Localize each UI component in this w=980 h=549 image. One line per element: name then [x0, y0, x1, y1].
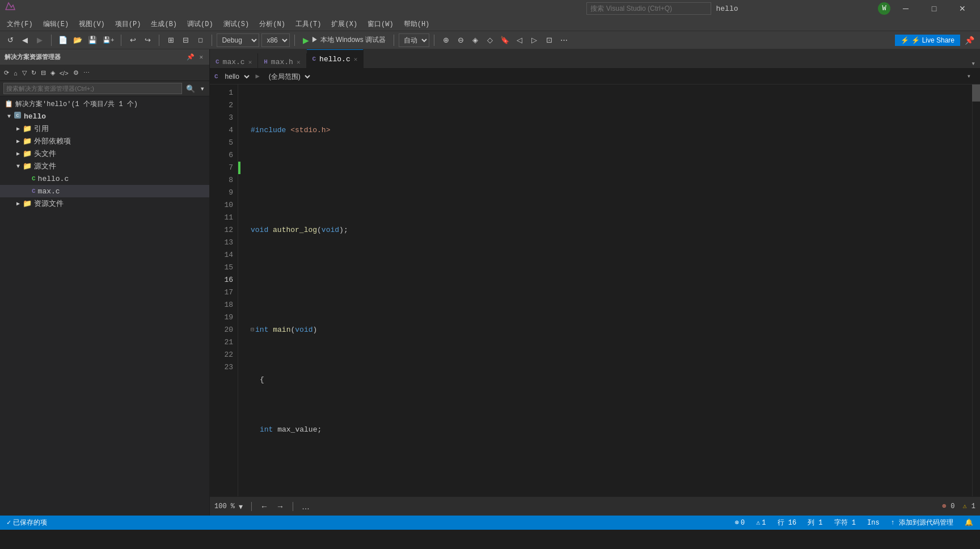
- nav-next-btn[interactable]: →: [274, 502, 286, 511]
- global-search[interactable]: [586, 2, 711, 15]
- user-avatar[interactable]: W: [878, 2, 890, 15]
- toolbar-btn11[interactable]: ⊡: [542, 33, 556, 48]
- sb-view[interactable]: </>: [58, 69, 70, 77]
- sb-filter[interactable]: ▽: [20, 69, 28, 77]
- status-char[interactable]: 字符 1: [832, 516, 858, 530]
- toolbar-save[interactable]: 💾: [86, 33, 99, 48]
- toolbar-btn6[interactable]: ◈: [468, 33, 482, 48]
- auto-dropdown[interactable]: 自动: [399, 33, 429, 47]
- sb-refresh[interactable]: ↻: [29, 69, 38, 77]
- toolbar-btn5[interactable]: ⊖: [454, 33, 467, 48]
- sb-collapse[interactable]: ⊟: [39, 69, 48, 77]
- menu-window[interactable]: 窗口(W): [363, 17, 398, 31]
- sidebar-file-max-c[interactable]: C max.c: [0, 185, 209, 197]
- sb-search-opts[interactable]: ▾: [199, 85, 206, 93]
- nav-prev-btn[interactable]: ←: [259, 502, 270, 511]
- breadcrumb-scope-select[interactable]: (全局范围): [264, 71, 312, 82]
- close-max-h-tab[interactable]: ✕: [297, 58, 301, 66]
- sidebar-project-hello[interactable]: ▼ C hello: [0, 110, 209, 123]
- toolbar-btn2[interactable]: ⊟: [179, 33, 192, 48]
- sidebar-item-resources[interactable]: ▶ 📁 资源文件: [0, 197, 209, 210]
- pin-button[interactable]: 📌: [962, 35, 977, 46]
- minimap-thumb[interactable]: [972, 85, 980, 102]
- collapse-5[interactable]: ⊟: [251, 324, 254, 336]
- status-col[interactable]: 列 1: [805, 516, 825, 530]
- menu-debug[interactable]: 调试(D): [183, 17, 218, 31]
- toolbar-btn4[interactable]: ⊕: [439, 33, 453, 48]
- toolbar-forward[interactable]: ▶: [33, 33, 47, 48]
- toolbar-refresh[interactable]: ↺: [3, 33, 17, 48]
- status-line[interactable]: 行 16: [775, 516, 799, 530]
- maximize-button[interactable]: □: [921, 0, 947, 17]
- toolbar-btn1[interactable]: ⊞: [164, 33, 178, 48]
- sb-search-btn[interactable]: 🔍: [184, 84, 197, 94]
- menu-help[interactable]: 帮助(H): [399, 17, 434, 31]
- status-notification[interactable]: 🔔: [962, 516, 975, 530]
- live-share-button[interactable]: ⚡ ⚡ Live Share: [895, 35, 960, 46]
- sidebar-title: 解决方案资源管理器: [5, 53, 61, 61]
- sb-home[interactable]: ⌂: [12, 69, 19, 77]
- code-editor[interactable]: 1 2 3 4 5 6 7 8 9 10 11 12 13 14 15 16 1…: [210, 85, 980, 496]
- include-path: <stdio.h>: [290, 124, 330, 137]
- run-button[interactable]: ▶ ▶ 本地 Windows 调试器: [299, 34, 389, 46]
- menu-analyze[interactable]: 分析(N): [255, 17, 290, 31]
- sidebar-close[interactable]: ✕: [197, 53, 205, 61]
- toolbar-redo[interactable]: ↪: [141, 33, 154, 48]
- menu-tools[interactable]: 工具(T): [291, 17, 326, 31]
- config-dropdown[interactable]: Debug Release: [217, 33, 259, 47]
- sb-more[interactable]: ⋯: [82, 69, 91, 77]
- menu-view[interactable]: 视图(V): [74, 17, 109, 31]
- status-source-control[interactable]: ↑ 添加到源代码管理: [889, 516, 956, 530]
- sidebar-pin[interactable]: 📌: [185, 53, 196, 61]
- breadcrumb-file-select[interactable]: hello: [221, 71, 251, 82]
- platform-dropdown[interactable]: x86 x64: [261, 33, 290, 47]
- sidebar-item-headers[interactable]: ▶ 📁 头文件: [0, 147, 209, 160]
- toolbar-save-all[interactable]: 💾+: [100, 33, 116, 48]
- tab-hello-c[interactable]: C hello.c ✕: [307, 49, 364, 68]
- breadcrumb-c-icon: C: [214, 73, 218, 80]
- toolbar-btn12[interactable]: ⋯: [557, 33, 571, 48]
- status-saved[interactable]: ✓ 已保存的项: [5, 516, 49, 530]
- editor-toolbar-overflow[interactable]: ▾: [962, 72, 975, 81]
- status-ins[interactable]: Ins: [865, 516, 882, 530]
- tab-overflow[interactable]: ▾: [966, 59, 980, 68]
- code-content[interactable]: #include <stdio.h> void author_log(void)…: [242, 85, 972, 496]
- toolbar-btn10[interactable]: ▷: [527, 33, 541, 48]
- menu-file[interactable]: 文件(F): [2, 17, 37, 31]
- nav-extra-btn[interactable]: …: [300, 502, 311, 511]
- toolbar-btn9[interactable]: ◁: [513, 33, 526, 48]
- close-max-c-tab[interactable]: ✕: [248, 58, 252, 66]
- toolbar-btn8[interactable]: 🔖: [498, 33, 512, 48]
- toolbar-back[interactable]: ◀: [18, 33, 32, 48]
- menu-extensions[interactable]: 扩展(X): [327, 17, 362, 31]
- sb-props[interactable]: ◈: [49, 69, 57, 77]
- tab-max-h[interactable]: H max.h ✕: [258, 53, 306, 69]
- close-button[interactable]: ✕: [949, 0, 975, 17]
- sidebar-file-hello-c[interactable]: C hello.c: [0, 172, 209, 185]
- tab-bar: C max.c ✕ H max.h ✕ C hello.c ✕ ▾: [210, 49, 980, 69]
- status-errors[interactable]: ⊗ 0: [733, 516, 747, 530]
- editor-scrollbar-area[interactable]: [972, 85, 980, 496]
- sb-sync[interactable]: ⟳: [2, 69, 11, 77]
- menu-project[interactable]: 项目(P): [111, 17, 146, 31]
- tab-max-c[interactable]: C max.c ✕: [210, 53, 258, 69]
- zoom-dropdown-btn[interactable]: ▾: [237, 502, 244, 511]
- code-line-6: {: [251, 374, 972, 386]
- toolbar-open[interactable]: 📂: [71, 33, 85, 48]
- sidebar-search-input[interactable]: [3, 83, 182, 94]
- close-hello-c-tab[interactable]: ✕: [354, 56, 358, 63]
- sidebar-item-source[interactable]: ▼ 📁 源文件: [0, 160, 209, 172]
- menu-bar: 文件(F) 编辑(E) 视图(V) 项目(P) 生成(B) 调试(D) 测试(S…: [0, 17, 980, 31]
- sb-settings[interactable]: ⚙: [71, 69, 81, 77]
- sidebar-item-external-deps[interactable]: ▶ 📁 外部依赖项: [0, 135, 209, 147]
- minimize-button[interactable]: ─: [893, 0, 919, 17]
- toolbar-new[interactable]: 📄: [56, 33, 70, 48]
- toolbar-btn3[interactable]: ◻: [193, 33, 207, 48]
- toolbar-btn7[interactable]: ◇: [483, 33, 497, 48]
- status-warnings[interactable]: ⚠ 1: [754, 516, 768, 530]
- menu-edit[interactable]: 编辑(E): [39, 17, 74, 31]
- sidebar-item-references[interactable]: ▶ 📁 引用: [0, 123, 209, 135]
- toolbar-undo[interactable]: ↩: [126, 33, 140, 48]
- menu-test[interactable]: 测试(S): [219, 17, 254, 31]
- menu-build[interactable]: 生成(B): [146, 17, 181, 31]
